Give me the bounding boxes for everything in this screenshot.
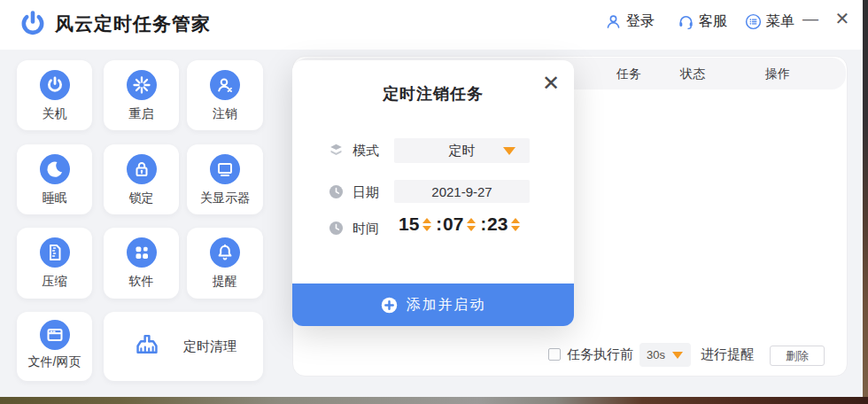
sidebar-item-compress[interactable]: 压缩 [17,228,92,299]
moon-icon [40,154,70,184]
window-close-button[interactable]: ✕ [831,7,854,30]
time-separator: : [480,214,486,235]
clock-icon [328,183,345,200]
user-icon [604,12,623,31]
sidebar-item-label: 重启 [104,106,179,122]
sidebar-item-label: 文件/网页 [17,354,92,370]
sidebar-item-label: 软件 [104,274,179,290]
reminder-interval-value: 30s [647,348,665,361]
login-label: 登录 [626,12,655,31]
reminder-interval-select[interactable]: 30s [639,343,691,367]
minimize-button[interactable]: — [799,7,822,30]
app-title: 风云定时任务管家 [55,12,211,36]
dialog-title: 定时注销任务 [292,83,574,105]
column-header-status: 状态 [680,66,705,82]
add-and-start-button[interactable]: 添加并启动 [292,284,574,326]
titlebar: 风云定时任务管家 登录 客服 [0,0,863,50]
column-header-task: 任务 [616,66,641,82]
restart-icon [127,70,157,100]
browser-icon [40,320,70,350]
spin-up-icon[interactable] [467,218,476,223]
sidebar-item-label: 定时清理 [183,338,236,355]
second-value: 23 [487,214,508,235]
broom-icon [130,330,164,363]
app-window: 风云定时任务管家 登录 客服 [0,0,868,404]
sidebar-item-restart[interactable]: 重启 [104,60,179,130]
apps-grid-icon [127,237,157,268]
hour-spinner [422,218,431,231]
sidebar-item-software[interactable]: 软件 [104,228,179,299]
bell-icon [210,237,240,268]
spin-down-icon[interactable] [511,226,520,231]
delete-button[interactable]: 删除 [770,346,825,366]
timed-logout-dialog: 定时注销任务 ✕ 模式 定时 日期 2021-9-27 时间 15 [292,60,574,326]
logout-user-icon [210,70,240,100]
sidebar-item-label: 提醒 [187,274,263,290]
sidebar-item-label: 睡眠 [17,190,92,206]
login-button[interactable]: 登录 [604,9,655,34]
layers-icon [328,142,345,159]
pre-task-reminder-checkbox[interactable] [548,348,561,361]
minute-value: 07 [443,214,463,235]
chevron-down-icon [503,147,515,155]
sidebar-item-label: 关显示器 [187,190,263,206]
zip-file-icon [40,237,70,268]
support-label: 客服 [699,12,727,31]
date-field[interactable]: 2021-9-27 [394,180,530,203]
hour-value: 15 [399,214,419,235]
spin-up-icon[interactable] [511,218,520,223]
mode-label: 模式 [353,143,379,159]
sidebar-item-lock[interactable]: 锁定 [104,144,179,214]
spin-up-icon[interactable] [422,218,431,223]
monitor-icon [210,154,240,184]
pre-task-label: 任务执行前 [567,346,633,363]
sidebar-item-sleep[interactable]: 睡眠 [17,144,92,214]
time-stepper: 15 : 07 : 23 [399,214,523,235]
menu-label: 菜单 [766,12,794,31]
sidebar-item-reminder[interactable]: 提醒 [187,228,263,299]
sidebar-item-label: 关机 [17,106,92,122]
date-label: 日期 [353,184,379,201]
date-value: 2021-9-27 [431,184,492,199]
sidebar-item-shutdown[interactable]: 关机 [17,60,92,130]
sidebar-item-logout[interactable]: 注销 [187,60,263,130]
headset-icon [677,12,695,31]
mode-select[interactable]: 定时 [394,138,530,163]
plus-circle-icon [381,297,398,314]
add-and-start-label: 添加并启动 [407,296,486,315]
second-spinner [511,218,520,231]
clock-icon [328,220,345,237]
mode-value: 定时 [449,143,476,159]
power-icon [40,70,70,100]
sidebar-item-label: 锁定 [104,190,179,206]
sidebar-item-label: 压缩 [17,274,92,290]
desktop-edge-bottom [0,397,868,404]
sidebar-item-file-web[interactable]: 文件/网页 [17,312,92,381]
support-button[interactable]: 客服 [677,9,727,34]
menu-button[interactable]: 菜单 [744,9,794,34]
chevron-down-icon [672,352,683,359]
remind-label: 进行提醒 [701,346,754,363]
minute-spinner [467,218,476,231]
dialog-close-button[interactable]: ✕ [539,71,563,96]
time-label: 时间 [353,221,379,237]
sidebar-item-label: 注销 [187,106,263,122]
spin-down-icon[interactable] [467,226,476,231]
sidebar-item-timed-cleanup[interactable]: 定时清理 [104,312,263,381]
column-header-action: 操作 [765,66,790,82]
app-logo-power-icon [18,9,48,39]
menu-icon [744,12,763,31]
time-separator: : [436,214,442,235]
spin-down-icon[interactable] [422,226,431,231]
desktop-edge-right [863,0,868,404]
sidebar-item-monitor-off[interactable]: 关显示器 [187,144,263,214]
lock-icon [127,154,157,184]
